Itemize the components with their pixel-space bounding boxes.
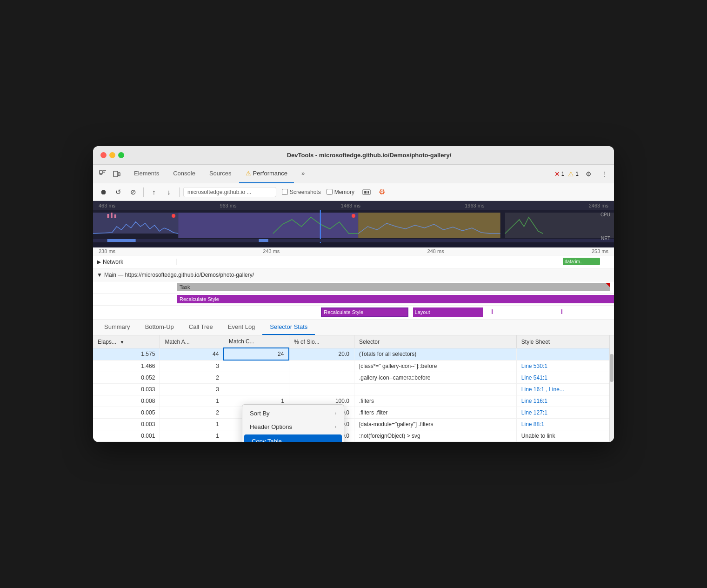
cell-match-a: 2 — [160, 407, 224, 418]
marker-2: 963 ms — [220, 203, 236, 208]
cell-sheet: Line 16:1 , Line... — [516, 383, 614, 395]
sheet-link[interactable]: Line 541:1 — [521, 374, 547, 381]
svg-rect-16 — [178, 213, 358, 238]
error-icon: ✕ — [554, 170, 560, 178]
svg-rect-9 — [367, 191, 367, 194]
maximize-button[interactable] — [118, 152, 124, 158]
traffic-lights — [100, 152, 124, 158]
sheet-link[interactable]: Line 88:1 — [521, 421, 544, 428]
tab-performance[interactable]: ⚠ Performance — [239, 165, 294, 183]
bottom-tabs: Summary Bottom-Up Call Tree Event Log Se… — [93, 320, 614, 335]
timeline-canvas[interactable]: CPU NET — [93, 210, 614, 243]
network-expand-icon[interactable]: ▶ — [97, 259, 101, 265]
sheet-link[interactable]: Line 116:1 — [521, 398, 547, 404]
context-menu-sort-by[interactable]: Sort By › — [242, 407, 344, 420]
cell-match-a: 1 — [160, 418, 224, 430]
record-button[interactable]: ⏺ — [97, 186, 110, 199]
svg-rect-15 — [114, 214, 116, 218]
upload-button[interactable]: ↑ — [147, 186, 160, 199]
sheet-link[interactable]: Line 127:1 — [521, 409, 547, 416]
download-button[interactable]: ↓ — [162, 186, 175, 199]
tab-elements[interactable]: Elements — [127, 165, 166, 183]
context-menu: Sort By › Header Options › Copy Table — [242, 404, 344, 442]
network-track-content: data:im... — [177, 255, 614, 268]
tab-bar-left-icons — [97, 168, 123, 180]
svg-rect-10 — [368, 191, 369, 194]
main-track-header: ▼ Main — https://microsoftedge.github.io… — [93, 268, 614, 281]
cell-sheet: Line 88:1 — [516, 418, 614, 430]
time-marker-3: 248 ms — [427, 248, 444, 254]
col-header-match-c[interactable]: Match C... — [224, 335, 289, 348]
table-row[interactable]: 1.575 44 24 20.0 (Totals for all selecto… — [93, 348, 614, 360]
table-row[interactable]: 0.003 1 1 100.0 [data-module="gallery"] … — [93, 418, 614, 430]
sheet-link[interactable]: Line 16:1 , Line... — [521, 386, 564, 393]
recalc-mid-bar: Recalculate Style — [321, 307, 408, 317]
cell-elapsed: 0.052 — [93, 372, 160, 383]
tab-bar: Elements Console Sources ⚠ Performance »… — [93, 165, 614, 183]
cpu-label: CPU — [600, 212, 610, 217]
time-marker-1: 238 ms — [99, 248, 115, 254]
cell-sheet: Line 127:1 — [516, 407, 614, 418]
svg-rect-18 — [505, 213, 614, 238]
table-row[interactable]: 0.005 2 1 0.0 .filters .filter Line 127:… — [93, 407, 614, 418]
table-row[interactable]: 1.466 3 [class*=" gallery-icon--"]::befo… — [93, 360, 614, 372]
marker-1: 463 ms — [99, 203, 115, 208]
tab-event-log[interactable]: Event Log — [220, 320, 263, 335]
col-header-sheet[interactable]: Style Sheet — [516, 335, 614, 348]
context-menu-copy-table[interactable]: Copy Table — [244, 434, 342, 442]
tab-more[interactable]: » — [295, 165, 311, 183]
screenshots-toggle[interactable]: Screenshots — [282, 189, 321, 195]
toolbar: ⏺ ↺ ⊘ ↑ ↓ microsoftedge.github.io ... Sc… — [93, 183, 614, 201]
cell-match-a: 1 — [160, 430, 224, 441]
marker-5: 2463 ms — [589, 203, 608, 208]
url-display: microsoftedge.github.io ... — [183, 187, 276, 197]
tab-sources[interactable]: Sources — [203, 165, 238, 183]
col-header-pct[interactable]: % of Slo... — [289, 335, 354, 348]
main-track-label: Main — https://microsoftedge.github.io/D… — [104, 272, 254, 278]
performance-settings-icon[interactable]: ⚙ — [379, 187, 385, 196]
table-row[interactable]: 0.008 1 1 100.0 .filters Line 116:1 — [93, 395, 614, 407]
cell-elapsed: 0.005 — [93, 407, 160, 418]
settings-icon[interactable]: ⚙ — [582, 168, 594, 180]
inspect-icon[interactable] — [97, 168, 109, 180]
table-row[interactable]: 0.001 1 0 0.0 :not(foreignObject) > svg … — [93, 430, 614, 441]
clear-button[interactable]: ⊘ — [127, 186, 140, 199]
network-track-label: ▶ Network — [93, 259, 177, 265]
table-row[interactable]: 0.052 2 .gallery-icon--camera::before Li… — [93, 372, 614, 383]
col-header-match-a[interactable]: Match A... — [160, 335, 224, 348]
minimize-button[interactable] — [109, 152, 115, 158]
table-row[interactable]: 0.033 3 Line 16:1 , Line... — [93, 383, 614, 395]
context-menu-header-options[interactable]: Header Options › — [242, 420, 344, 434]
tab-bottom-up[interactable]: Bottom-Up — [138, 320, 181, 335]
cell-pct — [289, 383, 354, 395]
scrollbar-thumb[interactable] — [610, 354, 614, 382]
tab-console[interactable]: Console — [167, 165, 202, 183]
tab-selector-stats[interactable]: Selector Stats — [262, 320, 315, 335]
col-header-selector[interactable]: Selector — [354, 335, 516, 348]
svg-point-20 — [172, 214, 175, 218]
devtools-body: Elements Console Sources ⚠ Performance »… — [93, 165, 614, 442]
cell-elapsed: 1.575 — [93, 348, 160, 360]
memory-tool-icon[interactable] — [360, 186, 373, 199]
tab-call-tree[interactable]: Call Tree — [181, 320, 220, 335]
timeline-section: 463 ms 963 ms 1463 ms 1963 ms 2463 ms — [93, 201, 614, 247]
col-header-elapsed[interactable]: Elaps... ▼ — [93, 335, 160, 348]
memory-toggle[interactable]: Memory — [327, 189, 354, 195]
close-button[interactable] — [100, 152, 107, 158]
reload-button[interactable]: ↺ — [112, 186, 125, 199]
memory-checkbox[interactable] — [327, 189, 333, 195]
more-options-icon[interactable]: ⋮ — [598, 168, 610, 180]
time-markers: 238 ms 243 ms 248 ms 253 ms — [93, 247, 614, 255]
main-expand-icon[interactable]: ▼ — [97, 272, 102, 278]
recalc-full-bar: Recalculate Style — [177, 295, 614, 303]
device-icon[interactable] — [111, 168, 123, 180]
scrollbar-track[interactable] — [609, 335, 614, 442]
cell-pct: 20.0 — [289, 348, 354, 360]
tab-summary[interactable]: Summary — [97, 320, 138, 335]
layout-bar: Layout — [413, 307, 483, 317]
cell-match-c — [224, 372, 289, 383]
toolbar-separator-2 — [179, 187, 180, 197]
screenshots-checkbox[interactable] — [282, 189, 288, 195]
sheet-link[interactable]: Line 530:1 — [521, 363, 547, 369]
svg-rect-23 — [107, 239, 136, 242]
